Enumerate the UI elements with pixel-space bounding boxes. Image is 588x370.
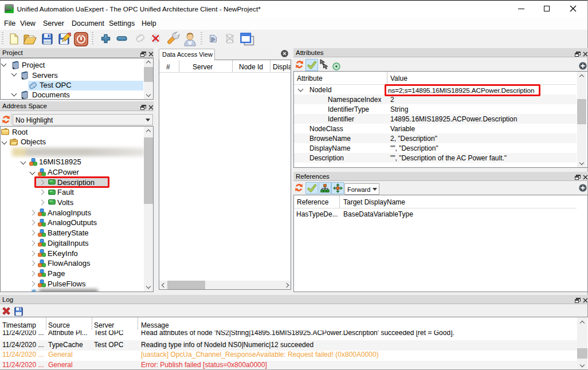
svg-text:UA: UA [6, 5, 12, 9]
